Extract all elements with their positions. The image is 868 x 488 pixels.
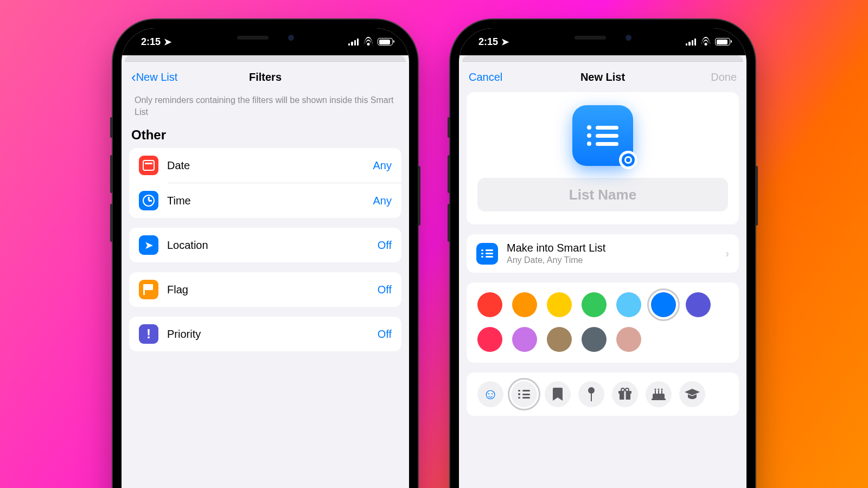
svg-rect-9 [655, 390, 656, 394]
notch [205, 28, 326, 47]
color-swatch[interactable] [686, 292, 711, 317]
icon-option-smiley[interactable]: ☺ [477, 381, 503, 407]
color-swatch[interactable] [477, 327, 502, 352]
exclamation-icon: ! [139, 324, 158, 344]
svg-point-12 [655, 389, 656, 390]
chevron-left-icon: ‹ [131, 70, 136, 84]
flag-icon [139, 280, 158, 299]
icon-option-bookmark[interactable] [545, 381, 571, 407]
phone-frame-right: 2:15 ➤ Cancel New List Done [450, 20, 755, 488]
page-title: New List [580, 71, 625, 84]
icon-option-gift[interactable] [612, 381, 638, 407]
icon-option-cake[interactable] [646, 381, 672, 407]
color-swatch[interactable] [582, 292, 607, 317]
color-swatch[interactable] [651, 292, 676, 317]
icon-option-graduation[interactable] [679, 381, 705, 407]
notch [542, 28, 663, 47]
color-swatch[interactable] [616, 327, 641, 352]
chevron-right-icon: › [725, 247, 729, 260]
battery-icon [715, 38, 730, 46]
color-swatch[interactable] [512, 292, 537, 317]
list-name-input[interactable]: List Name [477, 178, 728, 211]
location-services-icon: ➤ [501, 36, 509, 48]
location-arrow-icon: ➤ [139, 235, 158, 255]
icon-option-pin[interactable] [578, 381, 604, 407]
make-smart-list-row[interactable]: Make into Smart List Any Date, Any Time … [467, 234, 739, 273]
list-icon-preview [572, 105, 633, 166]
filter-row-flag[interactable]: Flag Off [129, 272, 401, 307]
color-picker [467, 282, 739, 363]
clock-icon [139, 191, 158, 210]
smart-list-title: Make into Smart List [507, 242, 714, 254]
battery-icon [378, 38, 393, 46]
smart-list-subtitle: Any Date, Any Time [507, 255, 714, 265]
smart-list-icon [476, 243, 498, 265]
color-swatch[interactable] [616, 292, 641, 317]
color-swatch[interactable] [512, 327, 537, 352]
filter-row-location[interactable]: ➤ Location Off [129, 228, 401, 262]
color-swatch[interactable] [477, 292, 502, 317]
icon-option-list[interactable] [511, 381, 537, 407]
status-time: 2:15 [141, 36, 161, 48]
cellular-signal-icon [686, 38, 696, 46]
nav-bar: Cancel New List Done [459, 62, 746, 92]
svg-point-13 [658, 389, 660, 390]
svg-rect-1 [591, 393, 592, 401]
list-header-card: List Name [467, 92, 739, 224]
done-button[interactable]: Done [711, 71, 737, 84]
icon-picker: ☺ [467, 373, 739, 416]
filter-row-time[interactable]: Time Any [129, 183, 401, 218]
helper-text: Only reminders containing the filters wi… [129, 92, 401, 127]
svg-rect-4 [624, 391, 626, 400]
color-swatch[interactable] [547, 292, 572, 317]
svg-point-5 [621, 388, 624, 391]
svg-rect-7 [653, 394, 665, 399]
svg-point-14 [661, 389, 663, 390]
color-swatch[interactable] [582, 327, 607, 352]
wifi-icon [363, 38, 373, 46]
phone-frame-left: 2:15 ➤ ‹ New List Filters Only reminders… [113, 20, 418, 488]
svg-rect-11 [661, 390, 662, 394]
page-title: Filters [249, 71, 282, 84]
cellular-signal-icon [348, 38, 359, 46]
color-swatch[interactable] [547, 327, 572, 352]
section-header-other: Other [129, 127, 401, 148]
nav-bar: ‹ New List Filters [122, 62, 409, 92]
location-services-icon: ➤ [164, 36, 171, 48]
cancel-button[interactable]: Cancel [469, 71, 502, 84]
status-time: 2:15 [478, 36, 498, 48]
calendar-icon [139, 156, 158, 175]
wifi-icon [700, 38, 711, 46]
filter-row-date[interactable]: Date Any [129, 148, 401, 183]
smart-list-gear-badge [619, 151, 637, 169]
back-button[interactable]: ‹ New List [131, 70, 177, 84]
svg-point-6 [626, 388, 629, 391]
svg-rect-10 [658, 390, 659, 394]
filter-row-priority[interactable]: ! Priority Off [129, 317, 401, 351]
svg-rect-8 [652, 399, 666, 400]
